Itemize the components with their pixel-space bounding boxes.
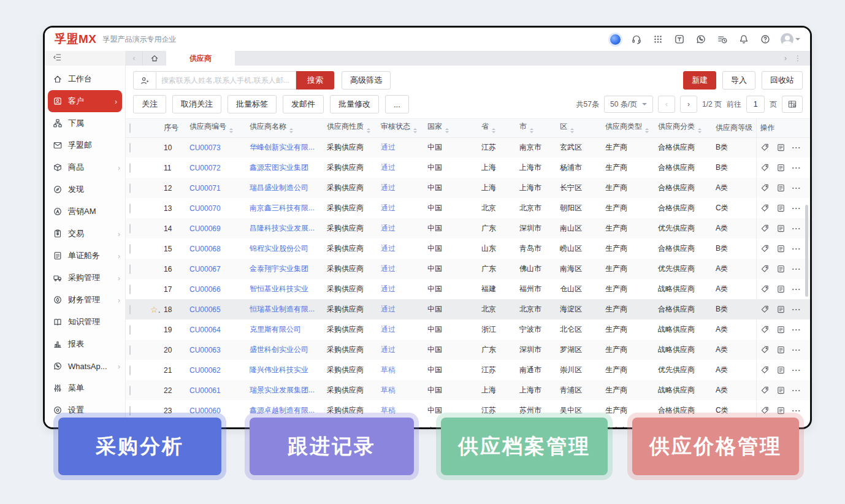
row-note-icon[interactable] bbox=[776, 345, 786, 354]
row-note-icon[interactable] bbox=[776, 224, 786, 233]
cell-code[interactable]: CU00066 bbox=[186, 279, 246, 299]
goto-page-input[interactable] bbox=[746, 96, 765, 113]
column-header-6[interactable]: 省 bbox=[478, 119, 516, 137]
cell-name[interactable]: 金泰翔宇实业集团 bbox=[246, 259, 323, 279]
favorite-star-icon[interactable]: ☆ bbox=[150, 305, 160, 315]
column-header-5[interactable]: 国家 bbox=[424, 119, 478, 137]
cell-name[interactable]: 盛世科创实业公司 bbox=[246, 340, 323, 360]
contact-search-scope-button[interactable] bbox=[133, 71, 156, 90]
sidebar-item-12[interactable]: 报表 bbox=[45, 333, 125, 355]
row-note-icon[interactable] bbox=[776, 365, 786, 375]
row-more-icon[interactable]: ··· bbox=[792, 285, 801, 294]
row-checkbox[interactable] bbox=[129, 183, 131, 193]
ai-assistant-icon[interactable] bbox=[609, 33, 621, 45]
new-button[interactable]: 新建 bbox=[683, 71, 716, 90]
column-header-1[interactable]: 供应商编号 bbox=[186, 119, 246, 137]
row-tag-icon[interactable] bbox=[760, 386, 770, 395]
cell-name[interactable]: 瑞昌盛业制造公司 bbox=[246, 178, 323, 198]
row-tag-icon[interactable] bbox=[760, 163, 770, 172]
cell-code[interactable]: CU00063 bbox=[186, 340, 246, 360]
cell-code[interactable]: CU00072 bbox=[186, 158, 246, 178]
row-more-icon[interactable]: ··· bbox=[792, 407, 801, 415]
cell-code[interactable]: CU00070 bbox=[186, 198, 246, 218]
import-button[interactable]: 导入 bbox=[722, 71, 755, 90]
cell-code[interactable]: CU00062 bbox=[186, 360, 246, 380]
tab-back-button[interactable]: ‹ bbox=[126, 51, 143, 66]
batch-action-3[interactable]: 发邮件 bbox=[283, 95, 324, 113]
row-checkbox[interactable] bbox=[129, 264, 131, 274]
search-input[interactable] bbox=[156, 71, 296, 90]
row-more-icon[interactable]: ··· bbox=[792, 204, 801, 213]
column-header-10[interactable]: 供应商分类 bbox=[654, 119, 712, 137]
tab-suppliers[interactable]: 供应商 bbox=[166, 51, 235, 66]
row-tag-icon[interactable] bbox=[760, 325, 770, 334]
cell-name[interactable]: 克里斯有限公司 bbox=[246, 319, 323, 340]
overlay-button-3[interactable]: 供应价格管理 bbox=[632, 418, 799, 475]
cell-code[interactable]: CU00069 bbox=[186, 218, 246, 239]
chat-t-icon[interactable] bbox=[673, 33, 686, 45]
row-checkbox[interactable] bbox=[129, 284, 131, 294]
tab-forward-button[interactable]: › bbox=[782, 54, 789, 63]
row-checkbox[interactable] bbox=[129, 345, 131, 355]
row-tag-icon[interactable] bbox=[760, 284, 770, 294]
row-note-icon[interactable] bbox=[776, 163, 786, 172]
row-tag-icon[interactable] bbox=[760, 183, 770, 193]
sidebar-item-9[interactable]: 采购管理› bbox=[45, 267, 125, 289]
sidebar-item-8[interactable]: 单证船务› bbox=[45, 245, 125, 267]
row-more-icon[interactable]: ··· bbox=[792, 143, 801, 152]
cell-code[interactable]: CU00065 bbox=[186, 299, 246, 319]
row-tag-icon[interactable] bbox=[760, 204, 770, 213]
cell-code[interactable]: CU00064 bbox=[186, 319, 246, 340]
sidebar-item-1[interactable]: 客户› bbox=[48, 90, 122, 112]
cell-name[interactable]: 华峰创新实业有限... bbox=[246, 137, 323, 158]
search-button[interactable]: 搜索 bbox=[296, 71, 334, 90]
column-header-3[interactable]: 供应商性质 bbox=[323, 119, 377, 137]
task-history-icon[interactable] bbox=[716, 33, 728, 45]
row-note-icon[interactable] bbox=[776, 305, 786, 314]
row-tag-icon[interactable] bbox=[760, 406, 770, 415]
cell-code[interactable]: CU00073 bbox=[186, 137, 246, 158]
row-note-icon[interactable] bbox=[776, 284, 786, 294]
row-checkbox[interactable] bbox=[129, 143, 131, 153]
bell-icon[interactable] bbox=[738, 33, 750, 45]
row-checkbox[interactable] bbox=[129, 406, 131, 416]
row-tag-icon[interactable] bbox=[760, 264, 770, 273]
sidebar-item-14[interactable]: 菜单 bbox=[45, 377, 125, 399]
overlay-button-1[interactable]: 跟进记录 bbox=[250, 418, 414, 475]
vertical-scrollbar[interactable] bbox=[805, 205, 808, 297]
column-header-7[interactable]: 市 bbox=[516, 119, 556, 137]
row-more-icon[interactable]: ··· bbox=[792, 366, 801, 375]
sidebar-item-7[interactable]: 交易› bbox=[45, 223, 125, 245]
row-tag-icon[interactable] bbox=[760, 305, 770, 314]
row-more-icon[interactable]: ··· bbox=[792, 164, 801, 172]
cell-name[interactable]: 昌隆科技实业发展... bbox=[246, 218, 323, 239]
row-more-icon[interactable]: ··· bbox=[792, 346, 801, 354]
row-checkbox[interactable] bbox=[129, 325, 131, 335]
cell-name[interactable]: 南京鑫三科技有限... bbox=[246, 198, 323, 218]
sidebar-item-5[interactable]: 发现 bbox=[45, 178, 125, 200]
row-note-icon[interactable] bbox=[776, 406, 786, 415]
row-checkbox[interactable] bbox=[129, 305, 131, 315]
whatsapp-icon[interactable] bbox=[695, 33, 707, 45]
row-checkbox[interactable] bbox=[129, 224, 131, 234]
column-header-4[interactable]: 审核状态 bbox=[377, 119, 424, 137]
sidebar-item-0[interactable]: 工作台 bbox=[45, 68, 125, 90]
cell-name[interactable]: 瑞景实业发展集团... bbox=[246, 380, 323, 400]
cell-name[interactable]: 隆兴伟业科技实业 bbox=[246, 360, 323, 380]
sidebar-item-6[interactable]: 营销AM bbox=[45, 200, 125, 223]
row-tag-icon[interactable] bbox=[760, 365, 770, 375]
row-more-icon[interactable]: ··· bbox=[792, 224, 801, 233]
row-more-icon[interactable]: ··· bbox=[792, 305, 801, 314]
row-note-icon[interactable] bbox=[776, 143, 786, 152]
row-note-icon[interactable] bbox=[776, 386, 786, 395]
row-more-icon[interactable]: ··· bbox=[792, 326, 801, 334]
row-tag-icon[interactable] bbox=[760, 244, 770, 253]
sidebar-item-3[interactable]: 孚盟邮 bbox=[45, 134, 125, 156]
tab-menu-button[interactable]: ⋮ bbox=[792, 54, 804, 63]
row-tag-icon[interactable] bbox=[760, 345, 770, 354]
row-note-icon[interactable] bbox=[776, 244, 786, 253]
cell-name[interactable]: 智恒基业科技实业 bbox=[246, 279, 323, 299]
sidebar-item-11[interactable]: 知识管理 bbox=[45, 311, 125, 333]
help-icon[interactable] bbox=[759, 33, 771, 45]
cell-name[interactable]: 锦程实业股份公司 bbox=[246, 239, 323, 259]
